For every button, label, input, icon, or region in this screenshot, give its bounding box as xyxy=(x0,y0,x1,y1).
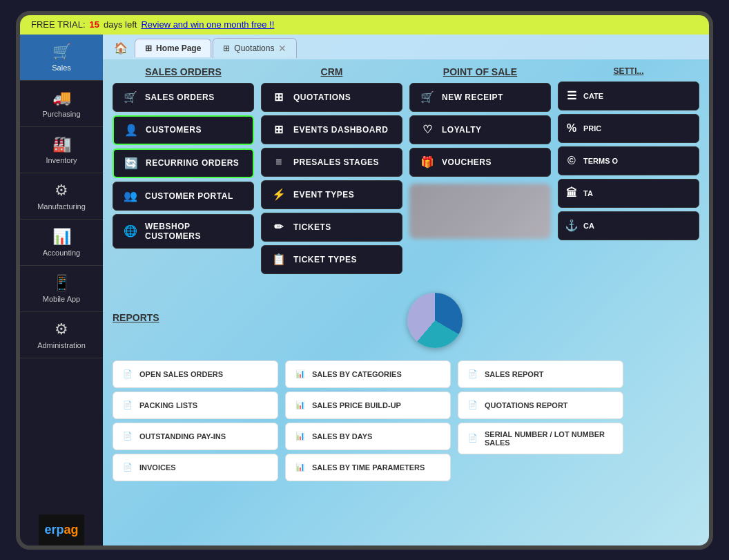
tile-tickets-label: TICKETS xyxy=(293,222,331,232)
tile-ca[interactable]: ⚓ CA xyxy=(558,211,699,240)
presales-stages-icon: ≡ xyxy=(271,156,286,168)
tile-quotations[interactable]: ⊞ QUOTATIONS xyxy=(261,83,402,112)
tablet-frame: FREE TRIAL: 15 days left Review and win … xyxy=(16,11,713,550)
report-doc-icon-6: 📄 xyxy=(468,400,478,409)
tab-quotations[interactable]: ⊞ Quotations ✕ xyxy=(213,38,297,58)
tile-terms-label: TERMS O xyxy=(583,157,618,165)
tickets-icon: ✏ xyxy=(271,220,286,233)
section-crm-header: CRM xyxy=(261,66,402,77)
tab-bar: 🏠 ⊞ Home Page ⊞ Quotations ✕ xyxy=(103,35,709,59)
report-chart-icon-3: 📊 xyxy=(295,432,305,441)
sidebar-item-mobile[interactable]: 📱 Mobile App xyxy=(20,266,103,312)
report-quotations-report[interactable]: 📄 QUOTATIONS REPORT xyxy=(458,392,623,419)
tab-close-icon[interactable]: ✕ xyxy=(278,43,286,54)
reports-col-3: 📄 SALES REPORT 📄 QUOTATIONS REPORT 📄 SER… xyxy=(458,360,623,485)
report-outstanding-pay-ins[interactable]: 📄 OUTSTANDING PAY-INS xyxy=(113,423,278,450)
sidebar-label-accounting: Accounting xyxy=(43,249,80,257)
tile-tickets[interactable]: ✏ TICKETS xyxy=(261,213,402,242)
mobile-icon: 📱 xyxy=(52,274,71,292)
tab-quotations-grid-icon: ⊞ xyxy=(223,44,230,53)
accounting-icon: 📊 xyxy=(52,228,71,246)
tile-ticket-types[interactable]: 📋 TICKET TYPES xyxy=(261,245,402,274)
tile-pricing-label: PRIC xyxy=(583,124,601,133)
banner-link[interactable]: Review and win one month free !! xyxy=(141,19,274,30)
report-chart-icon-1: 📊 xyxy=(295,369,305,378)
tab-homepage-label: Home Page xyxy=(156,44,201,53)
reports-grid: 📄 OPEN SALES ORDERS 📄 PACKING LISTS 📄 OU… xyxy=(113,360,699,485)
customer-portal-icon: 👥 xyxy=(123,189,138,202)
report-open-sales-orders[interactable]: 📄 OPEN SALES ORDERS xyxy=(113,360,278,388)
tile-presales-stages[interactable]: ≡ PRESALES STAGES xyxy=(261,148,402,177)
tile-event-types[interactable]: ⚡ EVENT TYPES xyxy=(261,180,402,209)
section-sales-orders-header: SALES ORDERS xyxy=(113,66,254,77)
report-sales-by-categories[interactable]: 📊 SALES BY CATEGORIES xyxy=(285,360,451,388)
sidebar-item-manufacturing[interactable]: ⚙ Manufacturing xyxy=(20,173,103,220)
tile-vouchers-label: VOUCHERS xyxy=(442,157,492,167)
section-pos: POINT OF SALE 🛒 NEW RECEIPT ♡ LOYALTY 🎁 … xyxy=(409,66,551,278)
report-serial-number[interactable]: 📄 SERIAL NUMBER / LOT NUMBER SALES xyxy=(458,423,623,454)
report-outstanding-pay-ins-label: OUTSTANDING PAY-INS xyxy=(139,432,226,441)
recurring-orders-icon: 🔄 xyxy=(124,157,139,170)
report-sales-by-days[interactable]: 📊 SALES BY DAYS xyxy=(285,423,451,450)
tile-categories[interactable]: ☰ CATE xyxy=(558,81,699,110)
event-types-icon: ⚡ xyxy=(271,188,286,201)
report-packing-lists[interactable]: 📄 PACKING LISTS xyxy=(113,392,278,419)
tile-customers-label: CUSTOMERS xyxy=(146,125,202,135)
sidebar: 🛒 Sales 🚚 Purchasing 🏭 Inventory ⚙ Manuf… xyxy=(20,35,103,545)
administration-icon: ⚙ xyxy=(55,320,68,338)
sidebar-label-purchasing: Purchasing xyxy=(42,110,80,118)
tile-sales-orders[interactable]: 🛒 SALES ORDERS xyxy=(113,83,254,112)
sidebar-label-inventory: Inventory xyxy=(46,156,77,164)
report-sales-price-buildup-label: SALES PRICE BUILD-UP xyxy=(312,401,401,409)
report-sales-report[interactable]: 📄 SALES REPORT xyxy=(458,360,623,388)
tile-terms[interactable]: © TERMS O xyxy=(558,146,699,175)
tile-customer-portal[interactable]: 👥 CUSTOMER PORTAL xyxy=(113,182,254,211)
tile-customers[interactable]: 👤 CUSTOMERS xyxy=(113,115,254,145)
tile-webshop-customers-label: WEBSHOP CUSTOMERS xyxy=(145,222,244,241)
section-crm: CRM ⊞ QUOTATIONS ⊞ EVENTS DASHBOARD ≡ PR… xyxy=(261,66,402,278)
pricing-icon: % xyxy=(564,122,579,135)
tile-new-receipt[interactable]: 🛒 NEW RECEIPT xyxy=(409,83,551,112)
tile-new-receipt-label: NEW RECEIPT xyxy=(442,93,503,102)
report-sales-price-buildup[interactable]: 📊 SALES PRICE BUILD-UP xyxy=(285,392,451,419)
vouchers-icon: 🎁 xyxy=(420,155,435,168)
sidebar-item-purchasing[interactable]: 🚚 Purchasing xyxy=(20,81,103,127)
tile-recurring-orders[interactable]: 🔄 RECURRING ORDERS xyxy=(113,148,254,178)
tile-ticket-types-label: TICKET TYPES xyxy=(293,255,357,264)
report-serial-number-label: SERIAL NUMBER / LOT NUMBER SALES xyxy=(485,430,613,447)
tab-grid-icon: ⊞ xyxy=(145,44,152,53)
sidebar-item-accounting[interactable]: 📊 Accounting xyxy=(20,220,103,266)
report-sales-report-label: SALES REPORT xyxy=(485,370,544,378)
terms-icon: © xyxy=(564,155,579,167)
quotations-icon: ⊞ xyxy=(271,90,286,104)
tile-vouchers[interactable]: 🎁 VOUCHERS xyxy=(409,148,551,177)
tile-pricing[interactable]: % PRIC xyxy=(558,114,699,143)
report-doc-icon-4: 📄 xyxy=(123,463,133,472)
sidebar-item-administration[interactable]: ⚙ Administration xyxy=(20,312,103,358)
sidebar-label-manufacturing: Manufacturing xyxy=(37,202,86,211)
tile-loyalty[interactable]: ♡ LOYALTY xyxy=(409,115,551,144)
sidebar-item-inventory[interactable]: 🏭 Inventory xyxy=(20,127,103,173)
sidebar-label-sales: Sales xyxy=(52,64,71,72)
purchasing-icon: 🚚 xyxy=(52,89,71,107)
report-invoices-label: INVOICES xyxy=(139,463,176,472)
section-settings-header: SETTI... xyxy=(558,66,699,76)
loyalty-icon: ♡ xyxy=(420,123,435,136)
tile-events-dashboard[interactable]: ⊞ EVENTS DASHBOARD xyxy=(261,115,402,144)
tile-customer-portal-label: CUSTOMER PORTAL xyxy=(145,191,233,201)
report-sales-by-categories-label: SALES BY CATEGORIES xyxy=(312,370,402,378)
new-receipt-icon: 🛒 xyxy=(420,90,435,104)
report-invoices[interactable]: 📄 INVOICES xyxy=(113,454,278,481)
webshop-customers-icon: 🌐 xyxy=(123,224,138,238)
tile-ca-label: CA xyxy=(583,222,594,230)
section-pos-header: POINT OF SALE xyxy=(409,66,551,77)
tile-tax[interactable]: 🏛 TA xyxy=(558,179,699,208)
tile-webshop-customers[interactable]: 🌐 WEBSHOP CUSTOMERS xyxy=(113,214,254,249)
reports-col-1: 📄 OPEN SALES ORDERS 📄 PACKING LISTS 📄 OU… xyxy=(113,360,278,485)
home-tab-icon[interactable]: 🏠 xyxy=(108,39,133,57)
tab-homepage[interactable]: ⊞ Home Page xyxy=(135,39,211,57)
sidebar-item-sales[interactable]: 🛒 Sales xyxy=(20,35,103,81)
reports-section: REPORTS 📄 OPEN SALES ORDERS 📄 xyxy=(113,286,699,485)
ticket-types-icon: 📋 xyxy=(271,253,286,266)
report-sales-by-time[interactable]: 📊 SALES BY TIME PARAMETERS xyxy=(285,454,451,481)
